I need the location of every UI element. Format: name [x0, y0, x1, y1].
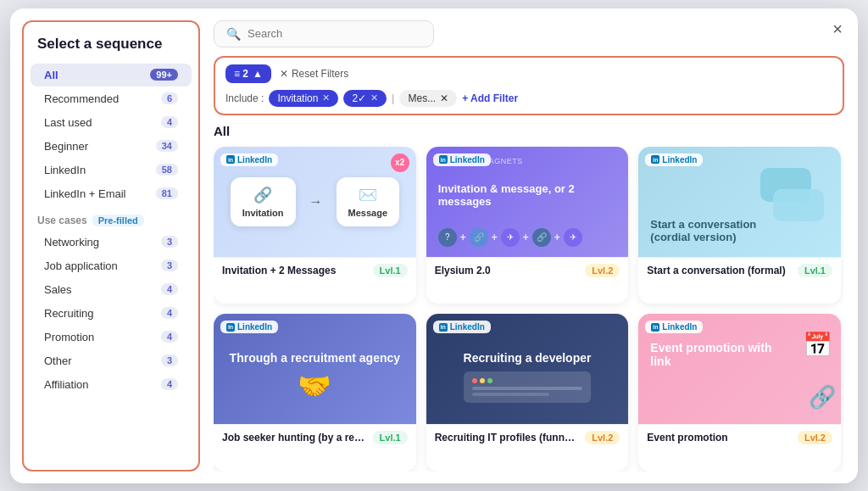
sidebar-item-badge: 58: [156, 164, 178, 176]
sidebar-item-promotion[interactable]: Promotion 4: [31, 326, 192, 349]
reset-filters-button[interactable]: ✕ Reset Filters: [280, 68, 348, 80]
sidebar-item-label: LinkedIn: [44, 164, 86, 176]
card-recruiting-developer[interactable]: in LinkedIn Recruiting a developer: [426, 314, 629, 471]
cards-grid: in LinkedIn x2 🔗 Invitation → ✉️ Message: [214, 147, 844, 471]
card-inner-title: Start a conversation (cordial version): [650, 218, 773, 243]
filter-chip-mes[interactable]: Mes... ✕: [399, 90, 457, 107]
level-badge: Lvl.2: [798, 431, 832, 444]
filter-chip-2v[interactable]: 2✓ ✕: [343, 90, 387, 107]
chip-remove-icon[interactable]: ✕: [322, 92, 330, 103]
sidebar-item-other[interactable]: Other 3: [31, 349, 192, 372]
card-footer: Elysium 2.0 Lvl.2: [426, 257, 629, 283]
card-start-conversation[interactable]: in LinkedIn Start a conversation (cordia…: [638, 147, 841, 304]
link-mini-icon: 🔗: [470, 228, 488, 247]
card-title: Elysium 2.0: [435, 265, 581, 276]
add-filter-button[interactable]: + Add Filter: [462, 92, 518, 104]
linkedin-badge: in LinkedIn: [433, 153, 491, 166]
sidebar-item-lastused[interactable]: Last used 4: [31, 111, 192, 134]
chip-remove-icon[interactable]: ✕: [440, 92, 448, 104]
card-inner-title: Invitation & message, or 2 messages: [438, 182, 617, 208]
sidebar-item-label: All: [44, 69, 58, 81]
card-footer: Recruiting IT profiles (funny approach) …: [426, 424, 629, 450]
sidebar-item-recruiting[interactable]: Recruiting 4: [31, 302, 192, 325]
search-icon: 🔍: [226, 27, 241, 41]
chip-remove-icon[interactable]: ✕: [370, 92, 378, 103]
sidebar-item-badge: 81: [156, 187, 178, 199]
card-invitation-messages[interactable]: in LinkedIn x2 🔗 Invitation → ✉️ Message: [214, 147, 416, 304]
card-image: in LinkedIn Start a conversation (cordia…: [638, 147, 841, 257]
step-invitation: 🔗 Invitation: [231, 177, 296, 226]
card-title: Invitation + 2 Messages: [222, 265, 368, 276]
sidebar-item-label: Sales: [44, 283, 72, 296]
search-input[interactable]: [248, 27, 421, 40]
sidebar-item-badge: 4: [161, 116, 178, 128]
svg-rect-1: [773, 189, 824, 221]
main-content: 🔍 ≡ 2 ▲ ✕ Reset Filters Include : Invita…: [200, 8, 858, 483]
select-sequence-modal: × Select a sequence All 99+ Recommended …: [10, 8, 858, 483]
linkedin-dot-icon: in: [651, 155, 659, 164]
sidebar-item-label: Affiliation: [44, 378, 89, 391]
card-inner-title: Recruiting a developer: [464, 351, 592, 365]
sidebar-item-networking[interactable]: Networking 3: [31, 231, 192, 254]
filter-chip-invitation[interactable]: Invitation ✕: [269, 90, 338, 107]
sidebar-item-linkedin-email[interactable]: LinkedIn + Email 81: [31, 182, 192, 205]
chip-label: 2✓: [352, 92, 366, 104]
sidebar-item-label: Last used: [44, 116, 92, 129]
close-button[interactable]: ×: [832, 20, 843, 37]
level-badge: Lvl.1: [373, 431, 408, 444]
sidebar-item-label: LinkedIn + Email: [44, 187, 125, 200]
search-bar: 🔍: [214, 20, 434, 47]
card-event-promotion[interactable]: in LinkedIn 📅 🔗 Event promotion with lin…: [638, 314, 841, 471]
linkedin-badge: in LinkedIn: [645, 153, 703, 166]
sidebar-item-badge: 99+: [150, 69, 178, 81]
sidebar-item-badge: 6: [161, 92, 178, 104]
sidebar-item-recommended[interactable]: Recommended 6: [31, 87, 192, 110]
card-elysium[interactable]: in LinkedIn FOR LEAD MAGNETS Invitation …: [426, 147, 629, 304]
card-recruitment-agency[interactable]: in LinkedIn Through a recruitment agency…: [214, 314, 416, 471]
sidebar-item-sales[interactable]: Sales 4: [31, 278, 192, 301]
modal-title: Select a sequence: [24, 36, 198, 63]
sidebar-item-label: Promotion: [44, 331, 94, 343]
sidebar-item-all[interactable]: All 99+: [31, 64, 192, 86]
arrow-icon: →: [309, 194, 323, 209]
calendar-icon: 📅: [803, 331, 832, 359]
sidebar-item-linkedin[interactable]: LinkedIn 58: [31, 159, 192, 181]
sidebar-item-beginner[interactable]: Beginner 34: [31, 135, 192, 158]
sidebar-item-job-application[interactable]: Job application 3: [31, 254, 192, 277]
card-footer: Job seeker hunting (by a recruitment Lvl…: [214, 424, 416, 450]
linkedin-badge: in LinkedIn: [220, 153, 278, 166]
linkedin-badge: in LinkedIn: [220, 321, 278, 333]
use-cases-section-label: Use cases Pre-filled: [24, 206, 198, 230]
level-badge: Lvl.2: [585, 431, 620, 444]
sidebar-item-label: Recruiting: [44, 307, 94, 320]
level-badge: Lvl.2: [585, 264, 620, 277]
pre-filled-badge: Pre-filled: [92, 215, 144, 226]
x-icon: ✕: [280, 68, 288, 80]
sidebar-item-badge: 4: [161, 331, 178, 343]
card-image: in LinkedIn x2 🔗 Invitation → ✉️ Message: [214, 147, 416, 257]
sidebar-item-label: Other: [44, 354, 72, 367]
filter-count-button[interactable]: ≡ 2 ▲: [225, 64, 271, 83]
sidebar-item-badge: 4: [161, 378, 178, 390]
sidebar-item-affiliation[interactable]: Affiliation 4: [31, 373, 192, 396]
sidebar-item-badge: 34: [156, 140, 178, 152]
sidebar-item-badge: 3: [161, 236, 178, 248]
chevron-up-icon: ▲: [253, 68, 263, 80]
sidebar-item-label: Job application: [44, 259, 118, 272]
sidebar: Select a sequence All 99+ Recommended 6 …: [22, 20, 200, 471]
linkedin-dot-icon: in: [439, 323, 448, 332]
card-title: Start a conversation (formal): [647, 265, 793, 276]
section-heading: All: [214, 124, 844, 138]
card-image: in LinkedIn Recruiting a developer: [426, 314, 629, 424]
card-icons: ? + 🔗 + ✈ + 🔗 + ✈: [438, 228, 617, 247]
card-inner-title: Event promotion with link: [650, 341, 790, 368]
level-badge: Lvl.1: [373, 264, 408, 277]
sidebar-item-badge: 3: [161, 259, 178, 271]
pipe-separator: |: [392, 92, 394, 104]
sidebar-item-label: Recommended: [44, 92, 119, 105]
card-footer: Start a conversation (formal) Lvl.1: [638, 257, 841, 283]
filter-top: ≡ 2 ▲ ✕ Reset Filters: [225, 64, 832, 83]
sidebar-item-badge: 3: [161, 354, 178, 366]
linkedin-badge: in LinkedIn: [433, 321, 491, 333]
browser-decoration: [464, 371, 592, 403]
